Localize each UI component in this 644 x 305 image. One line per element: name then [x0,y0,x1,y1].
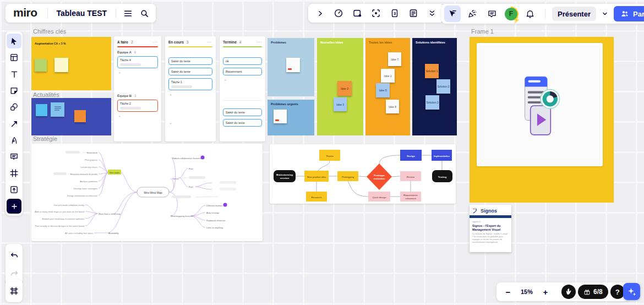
embedded-document[interactable] [477,43,603,166]
upload-tool[interactable] [7,182,21,197]
sticky-note[interactable]: Solution 1 [425,64,439,78]
sticky-note[interactable] [274,110,287,123]
more-tools-button[interactable] [7,199,21,214]
undo-button[interactable] [7,248,21,263]
kanban-card[interactable]: Tâche 4 [117,56,158,68]
text-tool[interactable] [7,67,21,81]
add-card-button[interactable]: + [170,93,212,97]
sticky-note[interactable] [74,110,86,122]
add-card-button[interactable]: + [118,71,158,75]
rewards-button[interactable]: 6/8 [578,285,608,299]
kanban-column-a-faire[interactable]: A faire2··· Équipe A6 Tâche 4 + Équipe B… [114,36,161,141]
collapse-toolbar-icon[interactable] [424,5,440,21]
sticky-note[interactable]: Idée 5 [376,83,390,97]
voting-icon[interactable]: 3 [386,5,403,21]
mindmap-board[interactable]: Miro Mind Map Use cases Brainstorm Plan … [31,144,263,241]
sticky-note[interactable] [36,104,47,116]
sticky-label: Solution 2 [437,85,449,88]
sticky-note[interactable]: Idée 8 [386,100,399,113]
help-button[interactable]: ? [610,285,625,299]
svg-text:Use cases: Use cases [110,171,120,174]
kanban-column-termine[interactable]: Terminé4··· ok Récemment + Saisir du tex… [220,36,265,141]
svg-text:Keyboard shortcuts: Keyboard shortcuts [206,219,225,222]
frame-frame1[interactable] [470,37,614,203]
kanban-card[interactable]: Saisir du texte [223,119,262,127]
add-card-button[interactable]: + [118,115,158,118]
expand-toolbar-icon[interactable] [312,5,328,21]
hand-mode-button[interactable] [561,285,576,299]
present-chevron-icon[interactable] [599,6,610,22]
column-problemes-urgents[interactable]: Problèmes urgents [268,100,314,135]
sticky-note[interactable] [35,59,47,72]
frames-panel-button[interactable] [7,284,21,298]
column-toutes-les-idees[interactable]: Toutes les idées Idée 7 Idée 1 Idée 5 Id… [365,38,410,135]
avatar[interactable]: F ⚡ [504,7,519,21]
present-button[interactable]: Présenter [552,7,596,21]
svg-text:All users including free plans: All users including free plans [65,232,93,235]
templates-tool[interactable] [7,50,21,65]
comment-tool[interactable] [7,149,21,164]
select-tool[interactable] [7,34,21,48]
zoom-in-button[interactable]: + [538,287,553,297]
frame-tool[interactable] [7,166,21,181]
sticky-note[interactable] [54,58,68,72]
sticky-note[interactable]: Idée 3 [334,97,347,111]
kanban-card[interactable]: Tâche 1 [168,78,212,90]
screen-share-icon[interactable] [349,5,365,21]
signos-link-card[interactable]: Signos signos.fr Signos - l'Expert du Ma… [470,205,511,252]
board-name[interactable]: Tableau TEST [51,9,113,18]
miro-canvas[interactable]: miro Tableau TEST 3 [0,0,644,305]
kanban-card[interactable]: Saisir du texte [168,68,212,75]
spotlight-icon[interactable] [368,5,384,21]
zoom-toolbar: − 15% + 6/8 ? [496,282,629,301]
zoom-out-button[interactable]: − [501,287,515,297]
add-card-button[interactable]: + [224,78,262,82]
ai-assistant-button[interactable] [623,283,640,300]
pen-tool[interactable] [7,133,21,148]
more-icon[interactable]: ··· [208,40,213,44]
column-problemes[interactable]: Problèmes [268,38,314,96]
column-nouvelles-idees[interactable]: Nouvelles idées Idée 2 Idée 3 [317,38,363,135]
flowchart-board[interactable]: Brainstorming session Theme New product … [270,144,456,204]
kanban-card[interactable]: Saisir du texte [168,57,212,65]
zoom-level[interactable]: 15% [517,288,536,295]
frame-chiffres[interactable]: Augmentation CA + 3 % [31,37,111,90]
column-title: Problèmes urgents [268,100,314,108]
notifications-icon[interactable] [522,6,538,22]
arrow-tool[interactable] [7,116,21,131]
more-icon[interactable]: ··· [257,40,263,44]
shapes-tool[interactable] [7,100,21,115]
notes-icon[interactable] [405,5,422,21]
frame-title-strategie[interactable]: Stratégie [33,135,57,142]
signos-link[interactable]: signos.fr [470,218,511,224]
sticky-note[interactable]: Idée 2 [337,81,352,96]
kanban-card[interactable]: Saisir du texte [223,108,262,116]
sticky-note[interactable] [286,58,300,72]
main-menu-icon[interactable] [119,5,136,21]
frame-title-actualites[interactable]: Actualités [33,91,59,98]
search-icon[interactable] [136,5,152,21]
sticky-note[interactable]: Idée 7 [388,52,401,66]
collaboration-cursors-icon[interactable] [444,6,461,22]
more-icon[interactable]: ··· [153,40,159,44]
sticky-note[interactable] [51,102,64,117]
column-solutions-identifiees[interactable]: Solutions identifiées Solution 1 Solutio… [412,38,457,135]
timer-icon[interactable] [330,5,347,21]
sticky-note[interactable]: Idée 1 [381,69,395,83]
add-card-button[interactable]: + [170,122,212,126]
share-button[interactable]: Partager [614,6,644,21]
reactions-icon[interactable] [464,6,481,22]
sticky-note[interactable]: Solution 2 [436,79,450,94]
sticky-note[interactable]: Solution 3 [425,95,439,110]
redo-button[interactable] [7,266,21,281]
frame-actualites[interactable] [31,98,111,135]
kanban-card[interactable]: Récemment [223,68,262,75]
miro-logo[interactable]: miro [6,6,44,21]
kanban-card[interactable]: ok [223,57,262,65]
frame-title-chiffres[interactable]: Chiffres clés [33,28,66,35]
kanban-card[interactable]: Tâche 2 [117,100,158,112]
kanban-column-en-cours[interactable]: En cours3··· Saisir du texte Saisir du t… [165,36,216,141]
frame-title-frame1[interactable]: Frame 1 [471,28,494,35]
comments-icon[interactable] [484,6,500,22]
sticky-note-tool[interactable] [7,83,21,98]
